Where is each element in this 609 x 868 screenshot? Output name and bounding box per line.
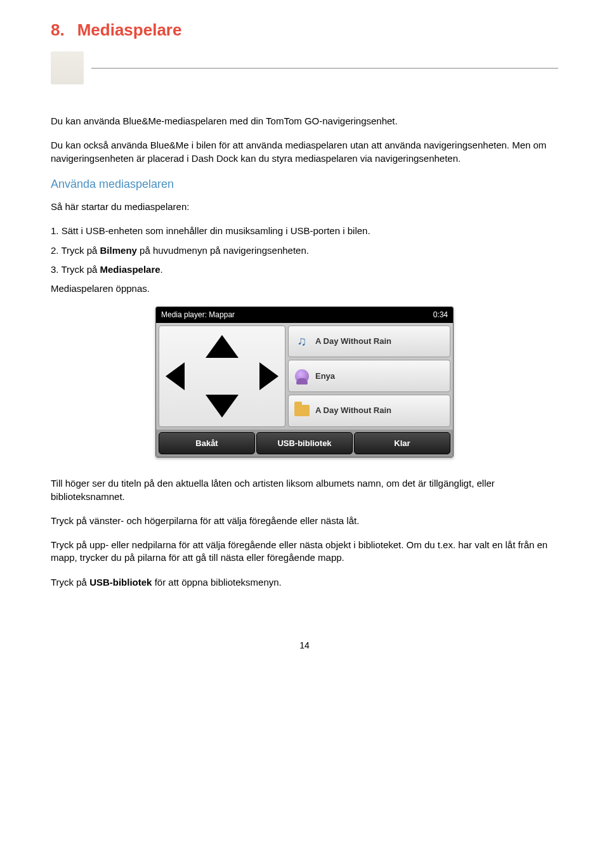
back-button[interactable]: Bakåt [159, 432, 255, 455]
after-paragraph-2: Tryck på vänster- och högerpilarna för a… [51, 515, 558, 527]
after-paragraph-4: Tryck på USB-bibliotek för att öppna bib… [51, 576, 558, 589]
arrow-up-icon[interactable] [206, 335, 239, 358]
chapter-title: Mediaspelare [77, 19, 182, 41]
folder-icon [294, 402, 310, 419]
subheading-using-player: Använda mediaspelaren [51, 176, 558, 192]
status-title: Media player: Mappar [161, 310, 235, 320]
device-screenshot: Media player: Mappar 0:34 A Day Without … [51, 306, 558, 461]
chapter-number: 8. [51, 19, 65, 41]
step-3-suffix: . [160, 264, 163, 275]
after4-prefix: Tryck på [51, 577, 89, 588]
album-name: A Day Without Rain [315, 405, 391, 416]
step-2: 2. Tryck på Bilmeny på huvudmenyn på nav… [51, 244, 558, 257]
header-ornament [51, 51, 84, 84]
player-opens: Mediaspelaren öppnas. [51, 282, 558, 295]
step-3: 3. Tryck på Mediaspelare. [51, 263, 558, 276]
intro-paragraph-2: Du kan också använda Blue&Me i bilen för… [51, 139, 558, 165]
intro-paragraph-1: Du kan använda Blue&Me-mediaspelaren med… [51, 115, 558, 128]
song-title: A Day Without Rain [315, 336, 391, 347]
step-2-suffix: på huvudmenyn på navigeringsenheten. [137, 245, 309, 256]
step-2-bold: Bilmeny [100, 245, 137, 256]
direction-pad[interactable] [159, 326, 285, 427]
device-status-bar: Media player: Mappar 0:34 [156, 307, 453, 322]
done-button[interactable]: Klar [354, 432, 450, 455]
page-number: 14 [51, 640, 558, 652]
after-paragraph-1: Till höger ser du titeln på den aktuella… [51, 477, 558, 503]
after4-bold: USB-bibliotek [89, 577, 152, 588]
now-playing-song[interactable]: A Day Without Rain [288, 326, 450, 358]
artist-icon [294, 368, 310, 385]
after-paragraph-3: Tryck på upp- eller nedpilarna för att v… [51, 539, 558, 565]
step-1: 1. Sätt i USB-enheten som innehåller din… [51, 225, 558, 237]
horizontal-rule [91, 68, 558, 69]
step-3-prefix: 3. Tryck på [51, 264, 100, 275]
media-player-device: Media player: Mappar 0:34 A Day Without … [155, 306, 454, 457]
after4-suffix: för att öppna biblioteksmenyn. [152, 577, 281, 588]
step-3-bold: Mediaspelare [100, 264, 160, 275]
now-playing-artist[interactable]: Enya [288, 360, 450, 392]
steps-lead: Så här startar du mediaspelaren: [51, 201, 558, 213]
artist-name: Enya [315, 371, 335, 382]
status-time: 0:34 [433, 310, 448, 320]
arrow-right-icon[interactable] [259, 362, 278, 390]
header-rule [51, 51, 558, 84]
usb-library-button[interactable]: USB-bibliotek [256, 432, 353, 455]
arrow-left-icon[interactable] [166, 362, 185, 390]
music-note-icon [294, 333, 310, 350]
step-2-prefix: 2. Tryck på [51, 245, 100, 256]
now-playing-album[interactable]: A Day Without Rain [288, 395, 450, 427]
arrow-down-icon[interactable] [206, 395, 239, 418]
chapter-header: 8. Mediaspelare [51, 19, 558, 41]
